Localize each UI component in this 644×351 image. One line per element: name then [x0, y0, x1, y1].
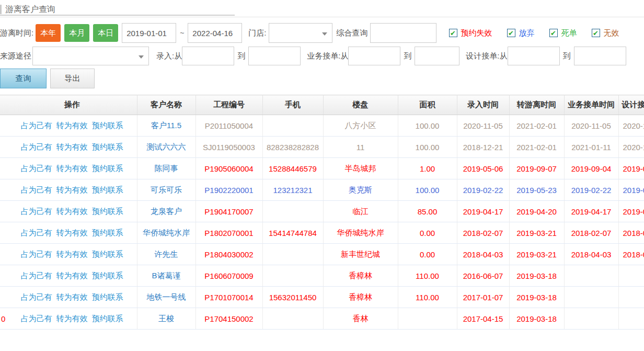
appointment-contact-link[interactable]: 预约联系 [92, 292, 123, 301]
status-checkbox-1[interactable]: ✔放弃 [507, 28, 535, 38]
cell-customer-name[interactable]: 王梭 [137, 308, 196, 330]
this-day-button[interactable]: 本日 [93, 24, 118, 42]
claim-link[interactable]: 占为己有 [21, 207, 52, 216]
status-checkbox-2[interactable]: ✔死单 [549, 28, 577, 38]
source-channel-select[interactable] [32, 47, 149, 65]
entry-from-input[interactable] [182, 47, 234, 65]
claim-link[interactable]: 占为己有 [21, 314, 52, 323]
checkbox-label: 预约失效 [461, 28, 492, 38]
customer-name-link[interactable]: 地铁一号线 [147, 292, 186, 301]
claim-link[interactable]: 占为己有 [21, 292, 52, 301]
row-number-strip [0, 137, 7, 158]
to-valid-link[interactable]: 转为有效 [56, 185, 88, 194]
to-valid-link[interactable]: 转为有效 [56, 228, 88, 237]
to-valid-link[interactable]: 转为有效 [56, 271, 88, 280]
cell-design-order-time: 2019-04 [618, 201, 644, 222]
appointment-contact-link[interactable]: 预约联系 [92, 271, 123, 280]
date-to-input[interactable] [188, 23, 242, 43]
cell-business-order-time [564, 287, 618, 308]
this-year-button[interactable]: 本年 [36, 24, 61, 42]
customer-name-link[interactable]: 许先生 [155, 250, 178, 258]
claim-link[interactable]: 占为己有 [21, 250, 52, 258]
cell-business-order-time [564, 308, 618, 330]
business-order-from-input[interactable] [348, 47, 400, 65]
entry-to-input[interactable] [248, 47, 301, 65]
customer-name-link[interactable]: 王梭 [158, 314, 174, 323]
cell-customer-name[interactable]: 客户11.5 [137, 115, 196, 137]
store-select[interactable] [269, 23, 332, 43]
checkbox-icon[interactable]: ✔ [449, 29, 457, 37]
design-order-from-input[interactable] [508, 47, 560, 65]
to-valid-link[interactable]: 转为有效 [56, 292, 88, 301]
cell-project-code: SJ0119050003 [196, 137, 262, 158]
appointment-contact-link[interactable]: 预约联系 [92, 207, 123, 216]
cell-to-floating-time: 2019-05-23 [509, 179, 564, 201]
date-from-input[interactable] [122, 23, 176, 43]
checkmark-icon: ✔ [593, 30, 599, 37]
floating-time-label: 游离时间: [0, 28, 33, 38]
appointment-contact-link[interactable]: 预约联系 [92, 314, 123, 323]
checkbox-icon[interactable]: ✔ [507, 29, 515, 37]
to-valid-link[interactable]: 转为有效 [56, 250, 88, 258]
to-valid-link[interactable]: 转为有效 [56, 121, 88, 130]
customer-name-link[interactable]: 华侨城纯水岸 [143, 228, 190, 237]
cell-customer-name[interactable]: B诸葛谨 [137, 265, 196, 287]
to-valid-link[interactable]: 转为有效 [56, 314, 88, 323]
customer-name-link[interactable]: 陈同事 [155, 164, 178, 173]
status-checkbox-3[interactable]: ✔无效 [592, 28, 619, 38]
to-valid-link[interactable]: 转为有效 [56, 142, 88, 151]
appointment-contact-link[interactable]: 预约联系 [92, 228, 123, 237]
claim-link[interactable]: 占为己有 [21, 228, 52, 237]
checkbox-icon[interactable]: ✔ [592, 29, 600, 37]
cell-project-code: P1904170007 [196, 201, 262, 222]
claim-link[interactable]: 占为己有 [21, 142, 52, 151]
business-order-to-input[interactable] [415, 47, 459, 65]
customer-name-link[interactable]: 可乐可乐 [151, 185, 182, 194]
cell-customer-name[interactable]: 许先生 [137, 244, 196, 265]
claim-link[interactable]: 占为己有 [21, 185, 52, 194]
cell-customer-name[interactable]: 龙泉客户 [137, 201, 196, 222]
design-order-to-input[interactable] [574, 47, 626, 65]
cell-area: 100.00 [398, 115, 457, 137]
status-checkbox-0[interactable]: ✔预约失效 [449, 28, 492, 38]
appointment-contact-link[interactable]: 预约联系 [92, 185, 123, 194]
appointment-contact-link[interactable]: 预约联系 [92, 142, 123, 151]
checkbox-icon[interactable]: ✔ [549, 29, 558, 37]
claim-link[interactable]: 占为己有 [21, 271, 52, 280]
customer-name-link[interactable]: B诸葛谨 [152, 271, 180, 280]
appointment-contact-link[interactable]: 预约联系 [92, 250, 123, 258]
row-number-strip-header [0, 95, 7, 115]
customer-name-link[interactable]: 龙泉客户 [151, 207, 182, 216]
cell-customer-name[interactable]: 测试六六六 [137, 137, 196, 158]
table-row: 占为己有转为有效预约联系测试六六六SJ011905000382823828282… [0, 137, 644, 158]
to-valid-link[interactable]: 转为有效 [56, 164, 88, 173]
combined-query-input[interactable] [370, 23, 436, 43]
customer-name-link[interactable]: 客户11.5 [151, 121, 181, 130]
column-header-6: 录入时间 [457, 95, 509, 115]
cell-project-code: P1704150002 [196, 308, 262, 330]
customer-name-link[interactable]: 测试六六六 [147, 142, 186, 151]
query-button[interactable]: 查询 [0, 69, 47, 88]
column-header-5: 面积 [398, 95, 457, 115]
cell-design-order-time: 2020-11 [618, 115, 644, 137]
appointment-contact-link[interactable]: 预约联系 [92, 121, 123, 130]
claim-link[interactable]: 占为己有 [21, 164, 52, 173]
cell-customer-name[interactable]: 可乐可乐 [137, 179, 196, 201]
checkmark-icon: ✔ [450, 30, 456, 37]
appointment-contact-link[interactable]: 预约联系 [92, 164, 123, 173]
cell-customer-name[interactable]: 陈同事 [137, 158, 196, 179]
claim-link[interactable]: 占为己有 [21, 121, 52, 130]
cell-customer-name[interactable]: 华侨城纯水岸 [137, 222, 196, 244]
this-month-button[interactable]: 本月 [64, 24, 89, 42]
to-valid-link[interactable]: 转为有效 [56, 207, 88, 216]
row-number-strip [0, 201, 7, 222]
entry-from-label: 录入:从 [156, 51, 182, 61]
cell-to-floating-time: 2019-04-20 [509, 201, 564, 222]
cell-business-order-time: 2020-11-05 [564, 115, 618, 137]
export-button[interactable]: 导出 [50, 69, 95, 88]
cell-customer-name[interactable]: 地铁一号线 [137, 287, 196, 308]
cell-to-floating-time: 2021-02-01 [509, 115, 564, 137]
cell-design-order-time: 2018-02 [618, 222, 644, 244]
floating-customer-query-page: 游离客户查询 游离时间: 本年 本月 本日 ~ 门店: 综合查询 ✔预约失效✔放… [0, 0, 644, 351]
cell-design-order-time: 2019-02 [618, 179, 644, 201]
